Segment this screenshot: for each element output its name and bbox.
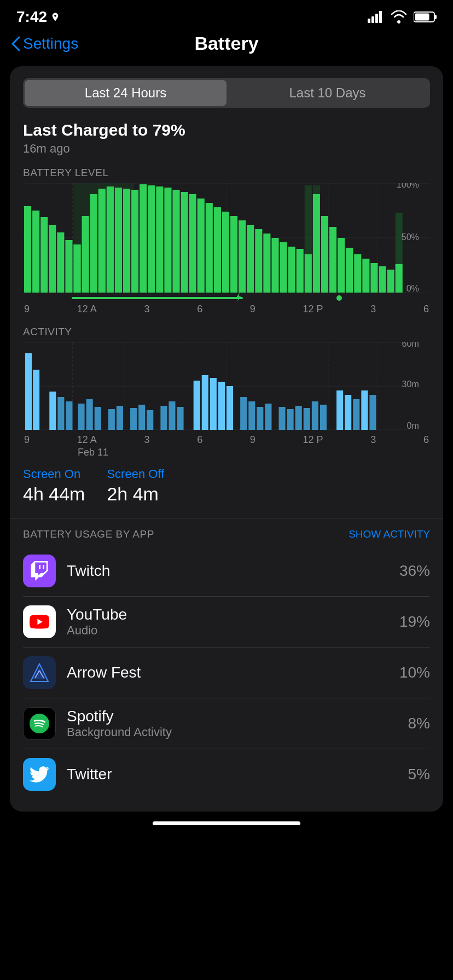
svg-rect-47: [214, 207, 221, 293]
svg-rect-72: [396, 264, 403, 293]
svg-rect-105: [210, 378, 217, 430]
svg-rect-44: [189, 194, 196, 293]
svg-rect-2: [375, 14, 378, 23]
svg-rect-37: [131, 190, 138, 293]
svg-rect-56: [288, 247, 295, 293]
svg-rect-116: [312, 401, 318, 430]
svg-rect-115: [304, 408, 310, 430]
battery-chart-container: 100% 50% 0% 9 12 A 3 6 9 12 P 3 6: [23, 183, 430, 315]
home-indicator: [153, 821, 300, 825]
svg-rect-42: [172, 190, 179, 293]
status-time: 7:42: [16, 8, 60, 26]
svg-text:60m: 60m: [402, 342, 419, 348]
activity-label: ACTIVITY: [23, 326, 430, 338]
signal-icon: [368, 11, 384, 23]
svg-rect-35: [115, 188, 122, 293]
svg-rect-69: [379, 266, 386, 293]
svg-rect-62: [321, 216, 328, 293]
spotify-app-sub: Background Activity: [67, 725, 408, 739]
svg-rect-89: [49, 392, 56, 430]
arrowfest-app-name: Arrow Fest: [67, 664, 399, 681]
svg-rect-108: [240, 397, 247, 430]
battery-level-label: BATTERY LEVEL: [23, 167, 430, 179]
svg-rect-99: [147, 410, 153, 430]
svg-rect-104: [202, 375, 208, 430]
show-activity-button[interactable]: SHOW ACTIVITY: [349, 528, 430, 540]
arrowfest-app-percent: 10%: [399, 664, 430, 681]
activity-x-labels: 9 12 A 3 6 9 12 P 3 6: [23, 434, 430, 446]
svg-rect-95: [108, 409, 115, 430]
svg-rect-87: [25, 353, 32, 430]
twitch-app-name: Twitch: [67, 562, 399, 580]
svg-rect-46: [206, 203, 213, 293]
svg-rect-17: [24, 206, 31, 293]
svg-rect-36: [123, 189, 130, 293]
svg-rect-94: [95, 407, 101, 430]
svg-rect-5: [434, 15, 437, 19]
svg-rect-20: [49, 225, 56, 293]
svg-rect-90: [57, 397, 64, 430]
battery-x-labels: 9 12 A 3 6 9 12 P 3 6: [23, 304, 430, 315]
svg-rect-68: [370, 263, 378, 293]
list-item[interactable]: YouTube Audio 19%: [23, 597, 430, 648]
list-item[interactable]: Twitter 5%: [23, 749, 430, 800]
svg-rect-121: [361, 390, 368, 430]
twitter-app-percent: 5%: [408, 766, 430, 783]
youtube-app-sub: Audio: [67, 623, 399, 638]
svg-rect-61: [313, 194, 320, 293]
svg-text:30m: 30m: [402, 379, 419, 389]
svg-rect-109: [248, 401, 255, 430]
svg-rect-93: [86, 399, 93, 430]
svg-rect-22: [65, 240, 72, 293]
list-item[interactable]: Spotify Background Activity 8%: [23, 698, 430, 749]
svg-rect-31: [82, 216, 89, 293]
svg-rect-118: [336, 390, 343, 430]
segment-control: Last 24 Hours Last 10 Days: [23, 78, 430, 108]
battery-usage-label: BATTERY USAGE BY APP: [23, 528, 154, 540]
svg-rect-103: [194, 381, 200, 430]
screen-off-stat: Screen Off 2h 4m: [107, 467, 164, 505]
svg-rect-119: [345, 395, 351, 430]
svg-rect-43: [181, 192, 188, 293]
svg-rect-40: [156, 186, 163, 293]
screen-on-value: 4h 44m: [23, 483, 85, 505]
nav-bar: Settings Battery: [0, 30, 453, 61]
svg-rect-39: [148, 185, 155, 293]
charging-bolt-icon: [233, 291, 244, 302]
svg-rect-55: [280, 242, 287, 293]
svg-rect-33: [98, 189, 106, 293]
spotify-app-name: Spotify: [67, 708, 408, 725]
svg-text:0%: 0%: [406, 283, 419, 293]
segment-24h[interactable]: Last 24 Hours: [25, 80, 226, 106]
svg-rect-96: [117, 406, 123, 430]
wifi-icon: [391, 10, 407, 24]
svg-rect-110: [257, 407, 263, 430]
list-item[interactable]: Twitch 36%: [23, 546, 430, 597]
youtube-app-info: YouTube Audio: [67, 606, 399, 638]
svg-rect-98: [138, 405, 145, 430]
svg-rect-112: [279, 407, 286, 430]
arrowfest-app-icon: [23, 656, 56, 689]
svg-rect-34: [107, 186, 114, 293]
svg-rect-0: [368, 19, 370, 23]
svg-rect-88: [33, 370, 39, 430]
back-button[interactable]: Settings: [11, 35, 78, 52]
svg-rect-107: [226, 386, 233, 430]
last-charged-sub: 16m ago: [23, 142, 430, 156]
screen-stats: Screen On 4h 44m Screen Off 2h 4m: [23, 467, 430, 505]
svg-rect-30: [73, 244, 80, 293]
segment-10d[interactable]: Last 10 Days: [226, 80, 428, 106]
svg-rect-122: [369, 395, 376, 430]
svg-text:50%: 50%: [402, 232, 419, 242]
svg-rect-106: [218, 382, 225, 430]
app-list: Twitch 36% YouTube Audio 19%: [23, 546, 430, 800]
spotify-app-percent: 8%: [408, 715, 430, 732]
battery-icon: [414, 11, 437, 23]
screen-off-value: 2h 4m: [107, 483, 164, 505]
svg-rect-41: [164, 188, 171, 293]
twitch-app-icon: [23, 555, 56, 587]
svg-rect-66: [354, 254, 361, 293]
svg-rect-63: [329, 227, 336, 293]
svg-rect-48: [222, 212, 229, 293]
list-item[interactable]: Arrow Fest 10%: [23, 648, 430, 698]
